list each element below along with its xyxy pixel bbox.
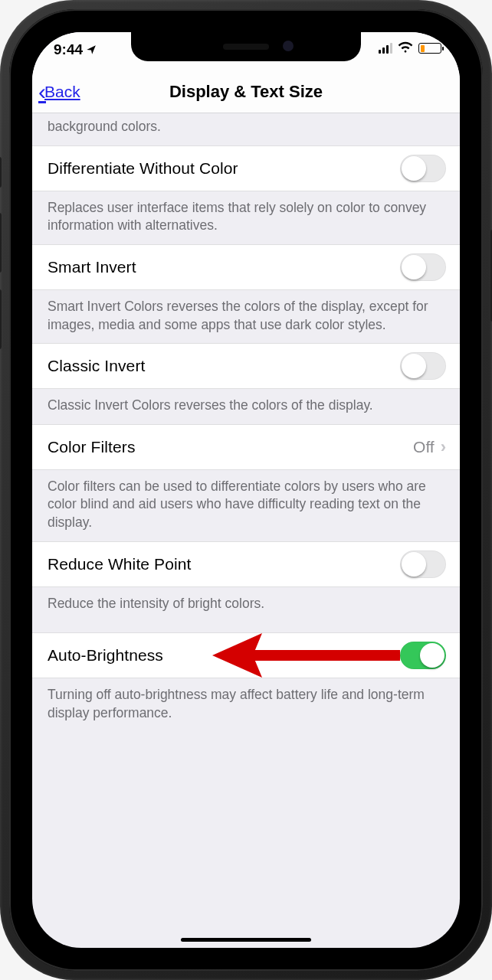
row-reduce-white-point[interactable]: Reduce White Point xyxy=(32,541,460,587)
switch-differentiate[interactable] xyxy=(400,155,446,182)
battery-icon xyxy=(418,43,441,54)
label-auto-brightness: Auto-Brightness xyxy=(48,646,163,665)
switch-reduce-white[interactable] xyxy=(400,550,446,578)
cell-signal-icon xyxy=(379,43,392,54)
switch-auto-brightness[interactable] xyxy=(400,642,446,669)
label-color-filters: Color Filters xyxy=(48,438,135,456)
label-classic-invert: Classic Invert xyxy=(48,357,145,375)
back-label: Back xyxy=(44,83,80,101)
desc-classic-invert: Classic Invert Colors reverses the color… xyxy=(32,389,460,424)
home-indicator[interactable] xyxy=(181,938,311,942)
desc-smart-invert: Smart Invert Colors reverses the colors … xyxy=(32,290,460,343)
row-smart-invert[interactable]: Smart Invert xyxy=(32,244,460,290)
volume-up-button xyxy=(0,213,2,273)
iphone-frame: 9:44 ‹ Back D xyxy=(0,0,492,980)
chevron-right-icon: › xyxy=(441,437,446,457)
mute-switch xyxy=(0,157,2,188)
switch-smart-invert[interactable] xyxy=(400,253,446,281)
label-smart-invert: Smart Invert xyxy=(48,258,136,276)
value-color-filters: Off xyxy=(413,438,435,456)
location-icon xyxy=(86,42,97,59)
row-differentiate-without-color[interactable]: Differentiate Without Color xyxy=(32,145,460,191)
row-color-filters[interactable]: Color Filters Off › xyxy=(32,424,460,470)
volume-down-button xyxy=(0,289,2,349)
status-time: 9:44 xyxy=(54,41,83,58)
settings-content[interactable]: background colors. Differentiate Without… xyxy=(32,113,460,753)
desc-auto-brightness: Turning off auto-brightness may affect b… xyxy=(32,678,460,753)
notch xyxy=(131,32,361,61)
switch-classic-invert[interactable] xyxy=(400,352,446,380)
wifi-icon xyxy=(398,41,413,55)
label-reduce-white: Reduce White Point xyxy=(48,555,191,573)
desc-partial-top: background colors. xyxy=(32,113,460,145)
desc-color-filters: Color filters can be used to differentia… xyxy=(32,470,460,541)
row-classic-invert[interactable]: Classic Invert xyxy=(32,343,460,389)
row-auto-brightness[interactable]: Auto-Brightness xyxy=(32,632,460,678)
screen: 9:44 ‹ Back D xyxy=(32,32,460,948)
label-differentiate: Differentiate Without Color xyxy=(48,159,238,178)
bezel: 9:44 ‹ Back D xyxy=(9,9,483,971)
desc-reduce-white: Reduce the intensity of bright colors. xyxy=(32,587,460,633)
back-button[interactable]: ‹ Back xyxy=(40,70,80,113)
page-title: Display & Text Size xyxy=(169,82,323,102)
nav-bar: ‹ Back Display & Text Size xyxy=(32,70,460,113)
desc-differentiate: Replaces user interface items that rely … xyxy=(32,191,460,244)
